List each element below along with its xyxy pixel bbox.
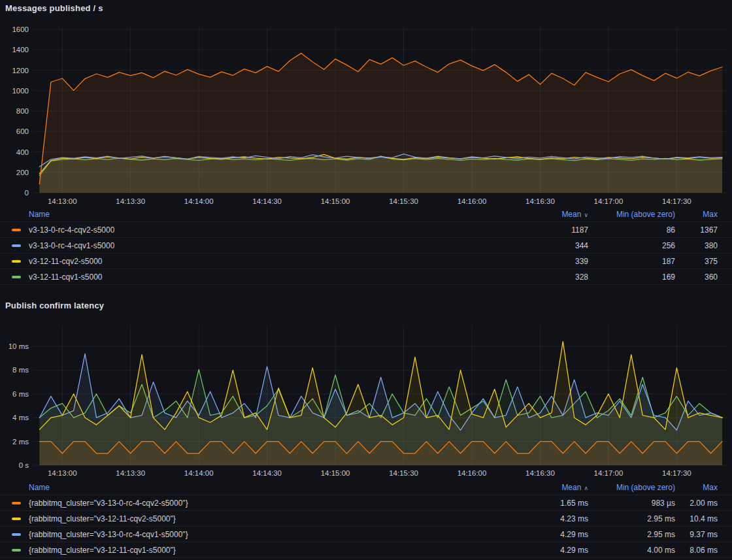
max-value: 1367 — [675, 225, 718, 235]
x-axis-tick-label: 14:16:00 — [458, 469, 487, 477]
legend-row: {rabbitmq_cluster="v3-12-11-cqv1-s5000"}… — [0, 542, 732, 557]
legend-row: v3-12-11-cqv2-s5000339187375 — [0, 253, 732, 269]
series-name[interactable]: {rabbitmq_cluster="v3-13-0-rc-4-cqv1-s50… — [29, 530, 188, 539]
series-name[interactable]: {rabbitmq_cluster="v3-12-11-cqv2-s5000"} — [29, 514, 176, 523]
series-name[interactable]: v3-13-0-rc-4-cqv2-s5000 — [29, 225, 114, 235]
series-color-swatch[interactable] — [12, 549, 21, 552]
series-color-swatch[interactable] — [12, 244, 21, 247]
y-axis-tick-label: 1600 — [12, 25, 29, 33]
max-value: 8.06 ms — [675, 546, 718, 555]
y-axis-tick-label: 1400 — [12, 46, 29, 54]
x-axis-tick-label: 14:17:00 — [594, 469, 624, 477]
series-toggle[interactable]: {rabbitmq_cluster="v3-13-0-rc-4-cqv2-s50… — [12, 499, 510, 508]
x-axis-tick-label: 14:16:00 — [458, 197, 487, 205]
series-color-swatch[interactable] — [12, 533, 21, 536]
min-value: 256 — [588, 241, 675, 250]
x-axis-tick-label: 14:17:30 — [662, 469, 691, 477]
mean-value: 4.29 ms — [510, 546, 588, 555]
y-axis-tick-label: 6 ms — [12, 390, 29, 398]
min-value: 983 µs — [588, 499, 675, 508]
legend-table-messages-published: NameMean∨Min (above zero)Maxv3-13-0-rc-4… — [0, 206, 732, 285]
series-name[interactable]: {rabbitmq_cluster="v3-12-11-cqv1-s5000"} — [29, 546, 176, 555]
min-value: 2.95 ms — [588, 530, 675, 539]
series-toggle[interactable]: {rabbitmq_cluster="v3-12-11-cqv1-s5000"} — [12, 546, 510, 555]
legend-row: {rabbitmq_cluster="v3-13-0-rc-4-cqv1-s50… — [0, 526, 732, 542]
x-axis-tick-label: 14:17:30 — [662, 197, 691, 205]
legend-row: v3-13-0-rc-4-cqv1-s5000344256380 — [0, 237, 732, 253]
x-axis-tick-label: 14:14:00 — [184, 197, 214, 205]
series-toggle[interactable]: v3-13-0-rc-4-cqv1-s5000 — [12, 241, 510, 250]
series-name[interactable]: v3-12-11-cqv1-s5000 — [29, 272, 103, 282]
series-name[interactable]: {rabbitmq_cluster="v3-13-0-rc-4-cqv2-s50… — [29, 499, 188, 508]
y-axis-tick-label: 200 — [16, 169, 29, 176]
series-color-swatch[interactable] — [12, 260, 21, 263]
min-value: 169 — [588, 272, 675, 282]
series-color-swatch[interactable] — [12, 229, 21, 231]
chart-messages-published[interactable]: 0200400600800100012001400160014:13:0014:… — [0, 0, 732, 206]
legend-header-mean[interactable]: Mean∨ — [510, 210, 588, 219]
max-value: 9.37 ms — [675, 530, 718, 539]
legend-header-max[interactable]: Max — [675, 483, 718, 492]
legend-table-publish-confirm-latency: NameMean∧Min (above zero)Max{rabbitmq_cl… — [0, 480, 732, 558]
series-toggle[interactable]: {rabbitmq_cluster="v3-12-11-cqv2-s5000"} — [12, 514, 510, 523]
series-color-swatch[interactable] — [12, 276, 21, 278]
x-axis-tick-label: 14:15:00 — [321, 197, 350, 205]
series-toggle[interactable]: v3-13-0-rc-4-cqv2-s5000 — [12, 225, 510, 235]
series-name[interactable]: v3-12-11-cqv2-s5000 — [29, 257, 103, 266]
chart-publish-confirm-latency[interactable]: 0 s2 ms4 ms6 ms8 ms10 ms14:13:0014:13:30… — [0, 297, 732, 480]
mean-value: 1187 — [510, 225, 588, 235]
min-value: 4.00 ms — [588, 546, 675, 555]
mean-value: 1.65 ms — [510, 499, 588, 508]
legend-header-name[interactable]: Name — [12, 483, 510, 492]
x-axis-tick-label: 14:13:30 — [116, 197, 145, 205]
series-color-swatch[interactable] — [12, 518, 21, 520]
series-toggle[interactable]: v3-12-11-cqv2-s5000 — [12, 257, 510, 266]
x-axis-tick-label: 14:13:30 — [116, 469, 145, 477]
legend-table-bottom-border — [0, 284, 732, 285]
legend-header-max[interactable]: Max — [675, 210, 718, 219]
x-axis-tick-label: 14:14:30 — [252, 197, 282, 205]
y-axis-tick-label: 4 ms — [12, 414, 29, 421]
y-axis-tick-label: 1000 — [12, 87, 29, 95]
y-axis-tick-label: 600 — [16, 127, 29, 135]
legend-table-bottom-border — [0, 557, 732, 558]
x-axis-tick-label: 14:16:30 — [525, 197, 555, 205]
y-axis-tick-label: 8 ms — [12, 366, 29, 374]
series-name[interactable]: v3-13-0-rc-4-cqv1-s5000 — [29, 241, 114, 250]
y-axis-tick-label: 0 — [25, 189, 29, 197]
y-axis-tick-label: 0 s — [19, 461, 29, 469]
mean-value: 339 — [510, 257, 588, 266]
x-axis-tick-label: 14:14:00 — [184, 469, 214, 477]
sort-direction-icon: ∧ — [584, 485, 588, 491]
series-toggle[interactable]: {rabbitmq_cluster="v3-13-0-rc-4-cqv1-s50… — [12, 530, 510, 539]
x-axis-tick-label: 14:13:00 — [48, 469, 77, 477]
max-value: 375 — [675, 257, 718, 266]
max-value: 360 — [675, 272, 718, 282]
legend-header-name[interactable]: Name — [12, 210, 510, 219]
mean-value: 328 — [510, 272, 588, 282]
min-value: 86 — [588, 225, 675, 235]
series-color-swatch[interactable] — [12, 502, 21, 504]
legend-row: {rabbitmq_cluster="v3-12-11-cqv2-s5000"}… — [0, 510, 732, 526]
x-axis-tick-label: 14:17:00 — [594, 197, 624, 205]
series-toggle[interactable]: v3-12-11-cqv1-s5000 — [12, 272, 510, 282]
min-value: 187 — [588, 257, 675, 266]
legend-header-min[interactable]: Min (above zero) — [588, 210, 675, 219]
legend-header-mean[interactable]: Mean∧ — [510, 483, 588, 492]
legend-row: v3-13-0-rc-4-cqv2-s50001187861367 — [0, 222, 732, 237]
x-axis-tick-label: 14:15:00 — [321, 469, 350, 477]
series-v3-13-0-rc-4-cqv2-s5000 — [39, 53, 722, 193]
mean-value: 4.29 ms — [510, 530, 588, 539]
x-axis-tick-label: 14:14:30 — [252, 469, 282, 477]
y-axis-tick-label: 1200 — [12, 67, 29, 74]
x-axis-tick-label: 14:16:30 — [525, 469, 555, 477]
x-axis-tick-label: 14:13:00 — [48, 197, 77, 205]
mean-value: 344 — [510, 241, 588, 250]
max-value: 10.4 ms — [675, 514, 718, 523]
legend-header-min[interactable]: Min (above zero) — [588, 483, 675, 492]
legend-row: v3-12-11-cqv1-s5000328169360 — [0, 269, 732, 284]
y-axis-tick-label: 2 ms — [12, 438, 29, 446]
y-axis-tick-label: 400 — [16, 148, 29, 156]
dashboard: Messages published / s 02004006008001000… — [0, 0, 732, 560]
max-value: 2.00 ms — [675, 499, 718, 508]
